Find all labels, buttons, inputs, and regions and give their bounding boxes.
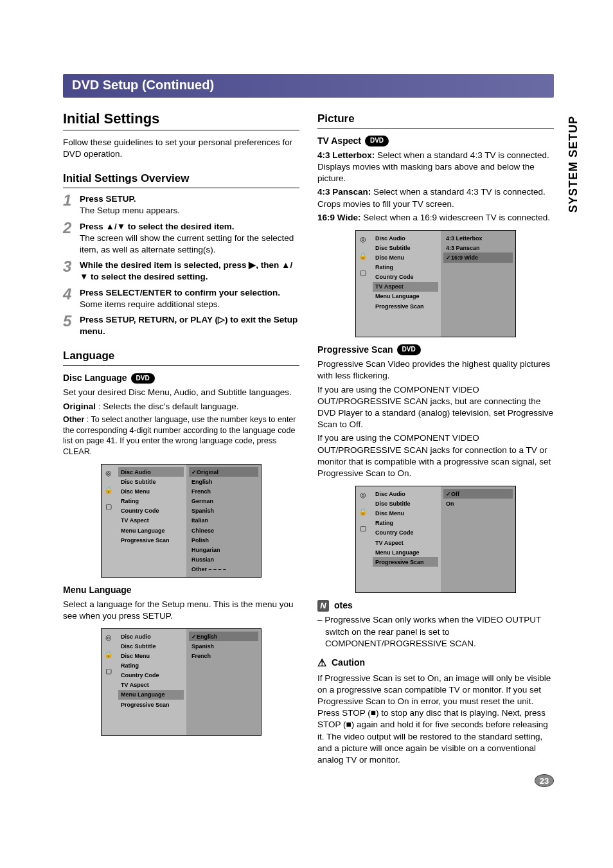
osd-progressive-scan: ◎ 🔒 ▢ Disc Audio Disc Subtitle Disc Menu… [355,486,516,593]
tv-icon: ▢ [104,502,113,511]
heading-overview: Initial Settings Overview [63,172,299,188]
osd-menu-col: Disc Audio Disc Subtitle Disc Menu Ratin… [116,629,186,735]
step: 1 Press SETUP.The Setup menu appears. [63,193,299,217]
warning-icon: ⚠ [317,656,326,670]
step-number: 5 [63,314,76,337]
disc-lang-other: Other : To select another language, use … [63,414,299,458]
side-tab: SYSTEM SETUP [565,116,581,213]
dvd-pill: DVD [397,344,421,355]
disc-lang-original: Original : Selects the disc's default la… [63,401,299,412]
menu-lang-desc: Select a language for the Setup menu. Th… [63,599,299,622]
dvd-pill: DVD [131,373,155,384]
caution-heading: ⚠Caution [317,656,554,670]
tva-169wide: 16:9 Wide: Select when a 16:9 widescreen… [317,212,554,224]
osd-menu-col: Disc Audio Disc Subtitle Disc Menu Ratin… [370,486,441,592]
step-number: 4 [63,287,76,310]
step: 5 Press SETUP, RETURN, or PLAY (▷) to ex… [63,314,299,337]
caution-text: If Progressive Scan is set to On, an ima… [317,673,554,766]
dvd-pill: DVD [365,136,389,146]
ps-desc-1: Progressive Scan Video provides the high… [317,359,554,382]
heading-tv-aspect: TV Aspect DVD [317,135,554,147]
ps-desc-3: If you are using the COMPONENT VIDEO OUT… [317,432,554,479]
right-column: Picture TV Aspect DVD 4:3 Letterbox: Sel… [317,109,554,768]
step: 4 Press SELECT/ENTER to confirm your sel… [63,287,299,310]
lock-icon: 🔒 [359,251,368,260]
heading-menu-language: Menu Language [63,584,299,596]
ps-desc-2: If you are using the COMPONENT VIDEO OUT… [317,384,554,431]
page-banner: DVD Setup (Continued) [63,74,554,98]
osd-value-col: ✓English Spanish French [186,629,261,735]
heading-picture: Picture [317,112,554,128]
step-number: 1 [63,193,76,217]
notes-heading: Notes [317,599,554,612]
step-number: 2 [63,221,76,256]
disc-icon: ◎ [359,235,368,244]
left-column: Initial Settings Follow these guidelines… [63,109,299,768]
lock-icon: 🔒 [104,650,113,659]
heading-disc-language: Disc Language DVD [63,372,299,384]
lock-icon: 🔒 [359,507,368,516]
disc-icon: ◎ [104,633,113,642]
osd-tv-aspect: ◎ 🔒 ▢ Disc Audio Disc Subtitle Disc Menu… [355,230,516,337]
osd-value-col: ✓Off On [441,486,515,592]
heading-initial-settings: Initial Settings [63,109,299,130]
osd-disc-language: ◎ 🔒 ▢ Disc Audio Disc Subtitle Disc Menu… [101,464,262,578]
osd-value-col: ✓Original English French German Spanish … [186,465,261,577]
step: 3 While the desired item is selected, pr… [63,260,299,283]
tv-icon: ▢ [104,666,113,675]
osd-menu-language: ◎ 🔒 ▢ Disc Audio Disc Subtitle Disc Menu… [101,628,262,736]
step-number: 3 [63,260,76,283]
tva-43panscan: 4:3 Panscan: Select when a standard 4:3 … [317,186,554,209]
notes-list: Progressive Scan only works when the VID… [317,614,554,650]
disc-lang-desc: Set your desired Disc Menu, Audio, and S… [63,387,299,398]
disc-icon: ◎ [104,468,113,477]
steps-list: 1 Press SETUP.The Setup menu appears. 2 … [63,193,299,337]
note-item: Progressive Scan only works when the VID… [317,614,554,650]
intro-text: Follow these guidelines to set your pers… [63,137,299,160]
disc-icon: ◎ [359,490,368,499]
tva-43letterbox: 4:3 Letterbox: Select when a standard 4:… [317,150,554,185]
osd-value-col: 4:3 Letterbox 4:3 Panscan ✓16:9 Wide [441,231,515,337]
tv-icon: ▢ [359,524,368,533]
osd-menu-col: Disc Audio Disc Subtitle Disc Menu Ratin… [370,231,441,337]
lock-icon: 🔒 [104,485,113,494]
notes-icon: N [317,600,329,612]
step: 2 Press ▲/▼ to select the desired item.T… [63,221,299,256]
tv-icon: ▢ [359,268,368,277]
heading-language: Language [63,349,299,366]
page-number: 23 [535,774,554,787]
heading-progressive-scan: Progressive Scan DVD [317,344,554,356]
osd-menu-col: Disc Audio Disc Subtitle Disc Menu Ratin… [116,465,186,577]
